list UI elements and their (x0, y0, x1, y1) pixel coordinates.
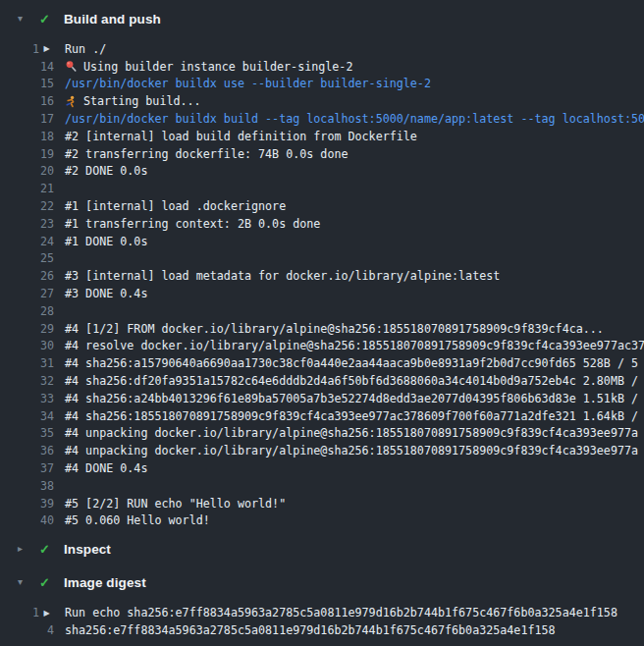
log-text-content: #4 sha256:a24bb4013296f61e89ba57005a7b3e… (65, 392, 638, 405)
line-gutter: 40 (0, 513, 54, 527)
line-number[interactable]: 17 (40, 112, 54, 126)
log-text-content: #4 unpacking docker.io/library/alpine@sh… (65, 444, 638, 458)
line-number[interactable]: 26 (40, 269, 54, 283)
line-number[interactable]: 28 (40, 304, 54, 318)
log-line: 37 #4 DONE 0.4s (0, 459, 644, 477)
log-text-content: /usr/bin/docker buildx use --builder bui… (65, 77, 431, 90)
line-gutter: 36 (0, 444, 54, 458)
chevron-down-icon[interactable]: ▾ (18, 577, 29, 587)
section-header[interactable]: ▾ ✓ Image digest (0, 565, 644, 599)
log-text-content: #4 sha256:df20fa9351a15782c64e6dddb2d4a6… (65, 374, 638, 388)
log-line: 39 #5 [2/2] RUN echo "Hello world!" (0, 495, 644, 512)
log-text: #4 resolve docker.io/library/alpine@sha2… (65, 339, 644, 352)
line-number[interactable]: 1 (32, 42, 39, 56)
group-toggle-icon[interactable]: ▶ (39, 609, 54, 618)
line-number[interactable]: 24 (40, 235, 54, 248)
log-line: 24 #1 DONE 0.0s (0, 233, 644, 250)
log-section-inspect: ▸ ✓ Inspect (0, 532, 644, 565)
log-text: #3 DONE 0.4s (65, 287, 147, 300)
log-text-content: #4 resolve docker.io/library/alpine@sha2… (65, 339, 644, 352)
line-gutter: 22 (0, 199, 54, 213)
log-line: 20 #2 DONE 0.0s (0, 163, 644, 181)
line-number[interactable]: 18 (40, 130, 54, 143)
log-text: #1 [internal] load .dockerignore (65, 199, 286, 213)
log-text-content: Run echo sha256:e7ff8834a5963a2785c5a081… (65, 606, 617, 619)
log-text: #5 0.060 Hello world! (65, 513, 210, 527)
line-gutter: 25 (0, 251, 54, 265)
line-number[interactable]: 34 (40, 409, 54, 423)
log-text-content: #2 transferring dockerfile: 74B 0.0s don… (65, 147, 349, 161)
log-line: 34 #4 sha256:185518070891758909c9f839cf4… (0, 407, 644, 425)
success-check-icon: ✓ (39, 13, 53, 26)
log-text: #4 sha256:185518070891758909c9f839cf4ca3… (65, 409, 638, 423)
chevron-down-icon[interactable]: ▾ (18, 14, 29, 24)
log-text-content: #4 [1/2] FROM docker.io/library/alpine@s… (65, 322, 604, 336)
log-text-content: Using builder instance builder-single-2 (83, 60, 352, 74)
log-text: #2 DONE 0.0s (65, 164, 147, 178)
line-number[interactable]: 16 (40, 94, 54, 108)
line-gutter: 38 (0, 479, 54, 493)
chevron-right-icon[interactable]: ▸ (18, 544, 29, 554)
line-number[interactable]: 37 (40, 461, 54, 475)
log-line: 36 #4 unpacking docker.io/library/alpine… (0, 442, 644, 459)
line-gutter: 28 (0, 304, 54, 318)
line-number[interactable]: 25 (40, 251, 54, 265)
line-gutter: 18 (0, 130, 54, 143)
line-number[interactable]: 38 (40, 479, 54, 493)
line-number[interactable]: 19 (40, 147, 54, 161)
log-section-image-digest: ▾ ✓ Image digest 1▶ Run echo sha256:e7ff… (0, 565, 644, 639)
line-number[interactable]: 27 (40, 287, 54, 300)
line-gutter: 33 (0, 392, 54, 405)
line-gutter: 24 (0, 235, 54, 248)
group-toggle-icon[interactable]: ▶ (39, 44, 54, 53)
log-text-content: #4 sha256:185518070891758909c9f839cf4ca3… (65, 409, 638, 423)
log-text-content: Run ./ (65, 42, 106, 56)
line-gutter: 16 (0, 94, 54, 108)
line-number[interactable]: 31 (40, 356, 54, 370)
line-number[interactable]: 20 (40, 164, 54, 178)
log-line: 1▶ Run echo sha256:e7ff8834a5963a2785c5a… (0, 604, 644, 621)
line-number[interactable]: 14 (40, 60, 54, 74)
log-text-content: #1 [internal] load .dockerignore (65, 199, 286, 213)
log-line: 30 #4 resolve docker.io/library/alpine@s… (0, 338, 644, 355)
line-number[interactable]: 22 (40, 199, 54, 213)
line-gutter: 19 (0, 147, 54, 161)
line-number[interactable]: 36 (40, 444, 54, 458)
line-number[interactable]: 29 (40, 322, 54, 336)
log-text: #4 unpacking docker.io/library/alpine@sh… (65, 426, 638, 440)
line-number[interactable]: 39 (40, 497, 54, 511)
line-number[interactable]: 30 (40, 339, 54, 352)
line-number[interactable]: 32 (40, 374, 54, 388)
log-text: #5 [2/2] RUN echo "Hello world!" (65, 497, 286, 511)
section-lines: 1▶ Run echo sha256:e7ff8834a5963a2785c5a… (0, 604, 644, 639)
line-number[interactable]: 21 (40, 182, 54, 195)
log-section-build-and-push: ▾ ✓ Build and push 1▶ Run ./ 14 Using bu… (0, 2, 644, 529)
log-text-content: #1 DONE 0.0s (65, 235, 147, 248)
pushpin-icon (65, 60, 78, 73)
success-check-icon: ✓ (39, 576, 53, 589)
line-number[interactable]: 23 (40, 217, 54, 231)
line-gutter: 17 (0, 112, 54, 126)
line-number[interactable]: 4 (47, 623, 54, 637)
line-number[interactable]: 40 (40, 513, 54, 527)
log-text-content: #3 [internal] load metadata for docker.i… (65, 269, 500, 283)
line-number[interactable]: 35 (40, 426, 54, 440)
log-text: Using builder instance builder-single-2 (65, 60, 352, 74)
log-text: #4 unpacking docker.io/library/alpine@sh… (65, 444, 638, 458)
log-text-content: #4 unpacking docker.io/library/alpine@sh… (65, 426, 638, 440)
log-line: 28 (0, 302, 644, 320)
runner-icon (65, 95, 78, 108)
line-gutter: 27 (0, 287, 54, 300)
section-header[interactable]: ▸ ✓ Inspect (0, 532, 644, 565)
section-title: Image digest (64, 575, 146, 590)
line-number[interactable]: 33 (40, 392, 54, 405)
log-text-content: #2 [internal] load build definition from… (65, 130, 417, 143)
line-number[interactable]: 15 (40, 77, 54, 90)
log-text: Starting build... (65, 94, 201, 108)
log-text: #4 sha256:df20fa9351a15782c64e6dddb2d4a6… (65, 374, 638, 388)
line-gutter: 29 (0, 322, 54, 336)
section-header[interactable]: ▾ ✓ Build and push (0, 2, 644, 35)
log-text-content: #4 DONE 0.4s (65, 461, 147, 475)
line-number[interactable]: 1 (32, 606, 39, 619)
line-gutter: 1▶ (0, 606, 54, 619)
